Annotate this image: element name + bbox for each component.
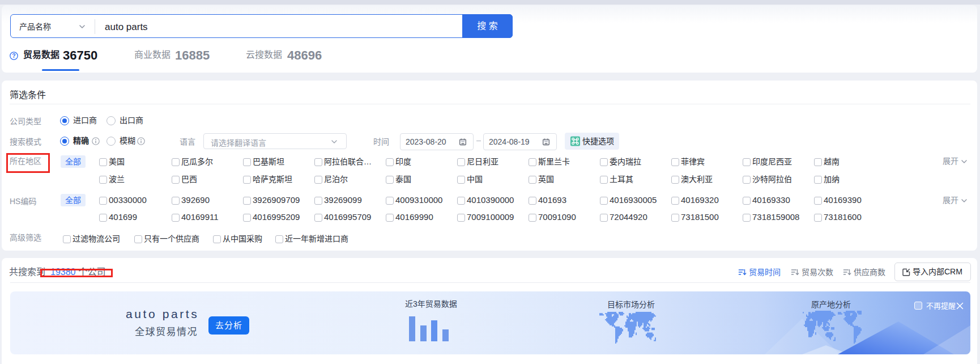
svg-text:?: ? [12,52,15,59]
